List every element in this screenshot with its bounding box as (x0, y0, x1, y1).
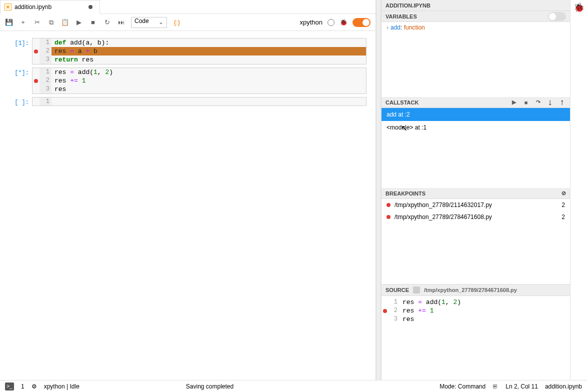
cell-prompt: [*]: (6, 68, 32, 94)
terminate-icon[interactable]: ■ (522, 98, 530, 106)
code-content[interactable]: res = a + b (52, 47, 366, 56)
callstack-header[interactable]: CALLSTACK ▶ ■ ↷ ⭣ ⭡ (382, 97, 570, 108)
tab-addition[interactable]: ▣ addition.ipynb (0, 0, 100, 14)
stop-icon[interactable]: ■ (89, 18, 97, 26)
breakpoints-header[interactable]: BREAKPOINTS ⊘ (382, 188, 570, 199)
step-out-icon[interactable]: ⭡ (558, 98, 566, 106)
editor-area: ▣ addition.ipynb 💾 + ✂ ⧉ 📋 ▶ ■ ↻ ⏭ Code … (0, 0, 376, 380)
status-save: Saving completed (186, 383, 234, 390)
code-line[interactable]: 2res += 1 (32, 76, 366, 85)
code-line[interactable]: 1def add(a, b): (32, 38, 366, 47)
breakpoint-gutter[interactable] (32, 47, 40, 56)
breakpoint-item[interactable]: /tmp/xpython_27789/2114632017.py2 (382, 199, 570, 211)
right-sidebar-rail: 🐞 (570, 0, 587, 380)
line-number: 2 (40, 76, 52, 85)
breakpoint-gutter[interactable] (32, 76, 40, 85)
breakpoint-dot-icon[interactable] (386, 203, 390, 207)
cell-editor[interactable]: 1def add(a, b):2 res = a + b3 return res (32, 38, 366, 64)
breakpoint-dot-icon[interactable] (34, 50, 38, 54)
breakpoints-body[interactable]: /tmp/xpython_27789/2114632017.py2/tmp/xp… (382, 199, 570, 284)
status-kernel[interactable]: xpython | Idle (44, 383, 80, 390)
status-terminals[interactable]: 1 (21, 383, 24, 390)
cell-prompt: [1]: (6, 38, 32, 64)
status-cursor: Ln 2, Col 11 (506, 383, 538, 390)
tab-title: addition.ipynb (14, 4, 52, 10)
notebook-body[interactable]: [1]:1def add(a, b):2 res = a + b3 return… (0, 31, 376, 380)
cell-editor[interactable]: 1res = add(1, 2)2res += 13res (32, 68, 366, 94)
status-mode: Mode: Command (440, 383, 486, 390)
callstack-label: CALLSTACK (386, 100, 418, 106)
source-line[interactable]: 2res += 1 (382, 306, 570, 315)
drag-handle[interactable] (376, 0, 381, 380)
trusted-icon[interactable]: ⛨ (492, 383, 498, 390)
code-content[interactable]: res += 1 (52, 76, 366, 85)
step-over-icon[interactable]: ↷ (534, 98, 542, 106)
code-line[interactable]: 3res (32, 85, 366, 94)
source-header[interactable]: SOURCE /tmp/xpython_27789/2784671608.py (382, 284, 570, 296)
continue-icon[interactable]: ▶ (510, 98, 518, 106)
breakpoint-gutter[interactable] (32, 38, 40, 47)
source-line[interactable]: 1res = add(1, 2) (382, 298, 570, 306)
code-content[interactable] (52, 98, 366, 106)
code-line[interactable]: 3 return res (32, 56, 366, 64)
breakpoint-gutter[interactable] (382, 315, 388, 324)
code-content[interactable]: return res (52, 56, 366, 64)
callstack-item[interactable]: add at :2 (382, 108, 570, 121)
source-line[interactable]: 3res (382, 315, 570, 324)
clear-breakpoints-icon[interactable]: ⊘ (562, 190, 566, 196)
bug-icon[interactable]: 🐞 (340, 18, 348, 26)
cut-icon[interactable]: ✂ (33, 18, 41, 26)
save-icon[interactable]: 💾 (5, 18, 13, 26)
code-cell[interactable]: [*]:1res = add(1, 2)2res += 13res (4, 68, 366, 94)
run-all-icon[interactable]: ⏭ (117, 18, 125, 26)
code-content[interactable]: res += 1 (400, 306, 570, 315)
status-bar: >_ 1 ⚙ xpython | Idle Saving completed M… (0, 380, 587, 392)
debugger-title: ADDITION.IPYNB (382, 0, 570, 11)
debugger-rail-icon[interactable]: 🐞 (574, 2, 584, 13)
code-content[interactable]: def add(a, b): (52, 38, 366, 47)
restart-icon[interactable]: ↻ (103, 18, 111, 26)
code-line[interactable]: 2 res = a + b (32, 47, 366, 56)
code-cell[interactable]: [1]:1def add(a, b):2 res = a + b3 return… (4, 38, 366, 64)
breakpoint-gutter[interactable] (382, 298, 388, 306)
main: ▣ addition.ipynb 💾 + ✂ ⧉ 📋 ▶ ■ ↻ ⏭ Code … (0, 0, 587, 380)
code-cell[interactable]: [ ]:1 (4, 97, 366, 106)
debugger-panel: ADDITION.IPYNB VARIABLES ›add: function … (381, 0, 570, 380)
breakpoint-gutter[interactable] (32, 68, 40, 76)
variables-toggle[interactable] (548, 12, 566, 21)
debug-toggle[interactable] (352, 18, 370, 27)
code-content[interactable]: res (52, 85, 366, 94)
breakpoint-item[interactable]: /tmp/xpython_27789/2784671608.py2 (382, 211, 570, 223)
breakpoint-dot-icon[interactable] (386, 215, 390, 219)
kernel-name[interactable]: xpython (300, 18, 322, 26)
breakpoint-gutter[interactable] (32, 85, 40, 94)
add-icon[interactable]: + (19, 18, 27, 26)
run-icon[interactable]: ▶ (75, 18, 83, 26)
switch-knob-icon (549, 13, 556, 20)
code-line[interactable]: 1 (32, 98, 366, 106)
breakpoint-gutter[interactable] (382, 306, 388, 315)
step-in-icon[interactable]: ⭣ (546, 98, 554, 106)
copy-icon[interactable]: ⧉ (47, 18, 55, 26)
breakpoint-gutter[interactable] (32, 56, 40, 64)
breakpoint-dot-icon[interactable] (34, 79, 38, 83)
settings-icon[interactable]: ⚙ (32, 383, 37, 390)
breakpoint-gutter[interactable] (32, 98, 40, 106)
source-body[interactable]: 1res = add(1, 2)2res += 13res (382, 296, 570, 380)
cell-editor[interactable]: 1 (32, 97, 366, 106)
variables-header[interactable]: VARIABLES (382, 11, 570, 22)
callstack-body[interactable]: add at :2<module> at :1 (382, 108, 570, 188)
breakpoint-path: /tmp/xpython_27789/2784671608.py (394, 214, 492, 220)
variable-row[interactable]: ›add: function (382, 22, 570, 33)
callstack-item[interactable]: <module> at :1 (382, 121, 570, 134)
paste-icon[interactable]: 📋 (61, 18, 69, 26)
code-line[interactable]: 1res = add(1, 2) (32, 68, 366, 76)
code-content[interactable]: res (400, 315, 570, 324)
render-icon[interactable]: {:} (173, 18, 181, 26)
variables-body[interactable]: ›add: function (382, 22, 570, 97)
code-content[interactable]: res = add(1, 2) (400, 298, 570, 306)
code-content[interactable]: res = add(1, 2) (52, 68, 366, 76)
terminal-icon[interactable]: >_ (5, 382, 14, 390)
celltype-select[interactable]: Code (131, 17, 167, 28)
breakpoint-dot-icon[interactable] (383, 309, 387, 313)
